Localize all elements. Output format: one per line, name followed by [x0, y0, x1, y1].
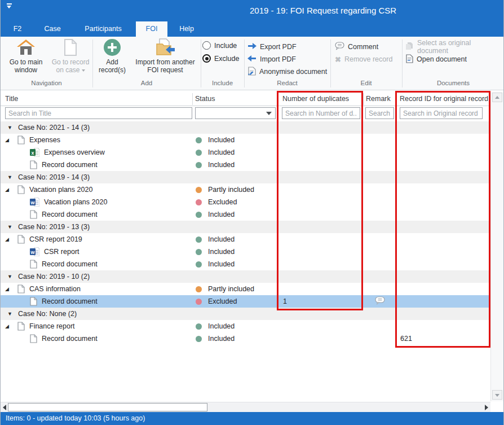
expand-collapse-icon[interactable]: ◢	[5, 286, 13, 292]
radio-unchecked-icon	[202, 41, 211, 50]
scroll-right-button[interactable]	[483, 403, 490, 412]
duplicates-filter-input[interactable]	[282, 107, 360, 119]
column-header-record-id[interactable]: Record ID for original record	[400, 92, 489, 106]
comment-balloon-icon[interactable]	[375, 296, 385, 306]
table-row[interactable]: xExpenses overviewIncluded	[1, 146, 490, 159]
comment-balloon-icon	[335, 42, 344, 52]
go-to-main-window-button[interactable]: Go to main window	[3, 38, 49, 74]
expand-collapse-icon[interactable]: ◢	[5, 323, 13, 329]
table-row[interactable]: Record documentIncluded	[1, 208, 490, 221]
collapse-caret-icon[interactable]: ▼	[7, 311, 12, 317]
cell-status: Partly included	[192, 183, 278, 196]
table-row[interactable]: Record documentIncluded	[1, 159, 490, 171]
tab-participants[interactable]: Participants	[75, 21, 131, 37]
table-row[interactable]: wCSR reportIncluded	[1, 246, 490, 258]
add-records-label: Add record(s)	[95, 58, 130, 74]
column-divider[interactable]	[192, 93, 193, 105]
group-row[interactable]: ▼Case No: 2019 - 10 (2)	[1, 270, 490, 283]
add-records-button[interactable]: Add record(s)	[95, 38, 130, 74]
cell-title: ▼Case No: 2019 - 10 (2)	[1, 270, 192, 283]
include-radio[interactable]: Include	[202, 41, 237, 50]
vertical-scrollbar[interactable]	[490, 92, 503, 401]
table-row[interactable]: ◢ExpensesIncluded	[1, 134, 490, 146]
group-row[interactable]: ▼Case No: None (2)	[1, 308, 490, 320]
cell-record-id	[397, 246, 490, 258]
cell-record-id	[397, 295, 490, 308]
cell-remark	[363, 208, 397, 221]
table-row[interactable]: ◢Finance reportIncluded	[1, 320, 490, 332]
cell-remark	[363, 146, 397, 159]
horizontal-scroll-thumb[interactable]	[8, 403, 207, 411]
cell-remark	[363, 320, 397, 332]
column-header-duplicates[interactable]: Number of duplicates	[282, 92, 359, 106]
collapse-caret-icon[interactable]: ▼	[7, 224, 12, 230]
status-label: Included	[208, 235, 235, 243]
expand-collapse-icon[interactable]: ◢	[5, 187, 13, 192]
arrow-right-icon	[247, 42, 257, 51]
collapse-caret-icon[interactable]: ▼	[7, 274, 12, 279]
status-label: Partly included	[208, 285, 254, 293]
table-row[interactable]: Record documentIncluded	[1, 258, 490, 270]
excel-file-icon: x	[30, 148, 39, 157]
column-header-status[interactable]: Status	[195, 92, 274, 106]
column-header-remark[interactable]: Remark	[366, 92, 394, 106]
table-row[interactable]: wVacation plans 2020Excluded	[1, 196, 490, 208]
table-row[interactable]: ◢CAS informationPartly included	[1, 283, 490, 295]
table-row[interactable]: Record documentIncluded621	[1, 332, 490, 345]
group-row-label: Case No: 2021 - 14 (3)	[18, 124, 90, 132]
expand-collapse-icon[interactable]: ◢	[5, 137, 13, 143]
scroll-up-button[interactable]	[492, 93, 502, 102]
cell-record-id	[397, 171, 490, 183]
open-document-button[interactable]: Open document	[405, 54, 467, 64]
tab-case[interactable]: Case	[34, 21, 70, 37]
document-page-icon	[30, 260, 37, 269]
collapse-caret-icon[interactable]: ▼	[7, 125, 12, 130]
group-row[interactable]: ▼Case No: 2021 - 14 (3)	[1, 121, 490, 134]
cell-status	[192, 221, 278, 233]
tab-f2[interactable]: F2	[5, 21, 30, 37]
horizontal-scrollbar[interactable]	[1, 402, 490, 412]
tab-help[interactable]: Help	[172, 21, 201, 37]
table-row[interactable]: ◢Vacation plans 2020Partly included	[1, 183, 490, 196]
open-document-label: Open document	[417, 55, 467, 63]
export-pdf-button[interactable]: Export PDF	[247, 42, 297, 52]
scroll-left-button[interactable]	[1, 403, 8, 412]
scroll-down-button[interactable]	[492, 390, 502, 400]
remark-filter-input[interactable]	[365, 107, 394, 119]
chevron-down-icon	[266, 112, 272, 115]
cell-status: Included	[192, 134, 278, 146]
status-label: Included	[208, 136, 235, 144]
import-from-foi-button[interactable]: Import from another FOI request	[131, 38, 199, 74]
anonymise-document-button[interactable]: Anonymise document	[247, 67, 327, 77]
document-page-icon	[17, 135, 25, 144]
table-row[interactable]: ◢CSR report 2019Included	[1, 233, 490, 246]
expand-collapse-icon[interactable]: ◢	[5, 236, 13, 242]
cell-title: Record document	[1, 295, 192, 308]
quick-access-toolbar-icon[interactable]	[6, 3, 13, 8]
comment-button[interactable]: Comment	[335, 42, 378, 52]
exclude-radio[interactable]: Exclude	[202, 54, 239, 63]
record-id-filter-input[interactable]	[400, 107, 483, 119]
cell-number-of-duplicates	[278, 332, 363, 345]
group-row[interactable]: ▼Case No: 2019 - 14 (3)	[1, 171, 490, 183]
group-row[interactable]: ▼Case No: 2019 - 13 (3)	[1, 221, 490, 233]
status-dot-icon	[196, 336, 202, 342]
title-filter-input[interactable]	[5, 107, 192, 119]
cell-status: Included	[192, 208, 278, 221]
remove-record-button[interactable]: ✖ Remove record	[335, 54, 392, 64]
cell-status: Included	[192, 233, 278, 246]
column-header-title[interactable]: Title	[5, 92, 188, 106]
duplicates-value: 1	[283, 297, 287, 305]
column-divider[interactable]	[363, 93, 364, 105]
table-row[interactable]: Record documentExcluded1	[1, 295, 490, 308]
tab-foi[interactable]: FOI	[136, 21, 167, 37]
collapse-caret-icon[interactable]: ▼	[7, 174, 12, 180]
go-to-record-on-case-button[interactable]: Go to record on case	[49, 38, 92, 74]
status-dot-icon	[196, 137, 202, 143]
status-filter-dropdown[interactable]	[195, 107, 276, 119]
add-plus-icon	[104, 38, 121, 57]
status-label: Excluded	[208, 297, 237, 305]
import-pdf-button[interactable]: Import PDF	[247, 54, 296, 64]
select-original-document-button[interactable]: Select as original document	[405, 42, 503, 52]
include-radio-label: Include	[214, 42, 237, 50]
